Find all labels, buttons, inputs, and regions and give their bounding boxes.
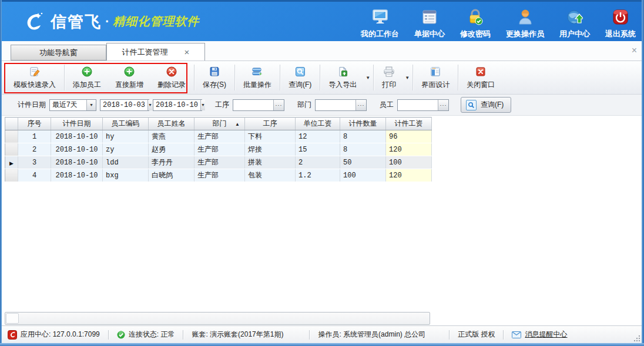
cell-date[interactable]: 2018-10-10 bbox=[51, 169, 103, 182]
toolbar-button-print[interactable]: 打印 bbox=[375, 63, 403, 92]
col-header-dept[interactable]: 部门 ▲ bbox=[194, 117, 245, 130]
cell-emp-code[interactable]: ldd bbox=[103, 156, 149, 169]
resize-grip[interactable] bbox=[633, 335, 640, 342]
toolbar-button-batch-ops[interactable]: 批量操作 bbox=[236, 63, 279, 92]
dropdown-arrow-icon[interactable]: ▼ bbox=[86, 100, 96, 110]
cell-seq[interactable]: 2 bbox=[18, 143, 51, 156]
row-selector[interactable] bbox=[5, 143, 18, 156]
cell-seq[interactable]: 4 bbox=[18, 169, 51, 182]
cell-emp-code[interactable]: zy bbox=[103, 143, 149, 156]
cell-qty[interactable]: 100 bbox=[340, 169, 386, 182]
tab-close-icon[interactable]: × bbox=[185, 48, 190, 56]
cell-date[interactable]: 2018-10-10 bbox=[51, 130, 103, 143]
col-header-qty[interactable]: 计件数量 bbox=[340, 117, 386, 130]
table-row[interactable]: 1 2018-10-10 hy 黄燕 生产部 下料 12 8 96 bbox=[5, 130, 432, 143]
dropdown-arrow-icon[interactable]: ▼ bbox=[200, 100, 205, 110]
grid-header-row: 序号 计件日期 员工编码 员工姓名 部门 ▲ 工序 单位工资 计件数量 计件工资 bbox=[5, 117, 432, 130]
col-header-date[interactable]: 计件日期 bbox=[51, 117, 103, 130]
template-edit-icon bbox=[29, 66, 40, 78]
cell-emp-name[interactable]: 白晓鸽 bbox=[149, 169, 194, 182]
nav-label: 退出系统 bbox=[605, 29, 636, 39]
cell-unit-wage[interactable]: 1.2 bbox=[296, 169, 340, 182]
lookup-ellipsis-icon[interactable]: ··· bbox=[355, 100, 366, 110]
cell-process[interactable]: 焊接 bbox=[245, 143, 296, 156]
toolbar-button-add-employee[interactable]: 添加员工 bbox=[66, 63, 108, 92]
tab-piecework-wage[interactable]: 计件工资管理 × bbox=[106, 43, 205, 61]
cell-pay[interactable]: 100 bbox=[386, 156, 432, 169]
cell-qty[interactable]: 8 bbox=[340, 143, 386, 156]
row-selector[interactable] bbox=[5, 130, 18, 143]
workspace-close-icon[interactable]: × bbox=[632, 46, 637, 55]
import-export-dropdown-arrow-icon[interactable]: ▼ bbox=[364, 63, 372, 92]
cell-emp-name[interactable]: 李丹丹 bbox=[149, 156, 194, 169]
toolbar-button-query[interactable]: 查询(F) bbox=[281, 63, 318, 92]
cell-qty[interactable]: 50 bbox=[340, 156, 386, 169]
cell-seq[interactable]: 3 bbox=[18, 156, 51, 169]
toolbar-button-ui-design[interactable]: 界面设计 bbox=[414, 63, 457, 92]
status-separator bbox=[503, 330, 504, 340]
col-header-emp-code[interactable]: 员工编码 bbox=[103, 117, 149, 130]
cell-emp-name[interactable]: 赵勇 bbox=[149, 143, 194, 156]
col-header-emp-name[interactable]: 员工姓名 bbox=[149, 117, 194, 130]
table-row[interactable]: 4 2018-10-10 bxg 白晓鸽 生产部 包装 1.2 100 120 bbox=[5, 169, 432, 182]
col-header-process[interactable]: 工序 bbox=[245, 117, 296, 130]
nav-change-operator[interactable]: 更换操作员 bbox=[506, 8, 544, 39]
horizontal-scrollbar[interactable] bbox=[5, 312, 430, 325]
table-row-selected[interactable]: ▶ 3 2018-10-10 ldd 李丹丹 生产部 拼装 2 50 100 bbox=[5, 156, 432, 169]
cell-process[interactable]: 下料 bbox=[245, 130, 296, 143]
tab-function-nav[interactable]: 功能导航窗 bbox=[11, 45, 106, 61]
nav-change-password[interactable]: 修改密码 bbox=[460, 8, 491, 39]
message-center-link[interactable]: 消息提醒中心 bbox=[512, 330, 567, 340]
status-ok-icon bbox=[117, 331, 125, 339]
col-header-pay[interactable]: 计件工资 bbox=[386, 117, 432, 130]
cell-process[interactable]: 拼装 bbox=[245, 156, 296, 169]
cell-dept[interactable]: 生产部 bbox=[194, 169, 245, 182]
cell-emp-code[interactable]: bxg bbox=[103, 169, 149, 182]
toolbar-button-delete-record[interactable]: 删除记录 bbox=[150, 63, 193, 92]
cell-date[interactable]: 2018-10-10 bbox=[51, 143, 103, 156]
cell-unit-wage[interactable]: 12 bbox=[296, 130, 340, 143]
nav-user-center[interactable]: 用户中心 bbox=[559, 8, 590, 39]
col-header-seq[interactable]: 序号 bbox=[18, 117, 51, 130]
cell-pay[interactable]: 96 bbox=[386, 130, 432, 143]
cell-dept[interactable]: 生产部 bbox=[194, 130, 245, 143]
cell-seq[interactable]: 1 bbox=[18, 130, 51, 143]
lookup-ellipsis-icon[interactable]: ··· bbox=[438, 100, 448, 110]
table-row[interactable]: 2 2018-10-10 zy 赵勇 生产部 焊接 15 8 120 bbox=[5, 143, 432, 156]
cell-process[interactable]: 包装 bbox=[245, 169, 296, 182]
toolbar-button-save[interactable]: 保存(S) bbox=[196, 63, 233, 92]
nav-my-workbench[interactable]: 我的工作台 bbox=[361, 8, 399, 39]
app-logo: 信管飞 · 精细化管理软件 bbox=[22, 11, 199, 32]
nav-exit-system[interactable]: 退出系统 bbox=[605, 8, 636, 39]
cell-dept[interactable]: 生产部 bbox=[194, 156, 245, 169]
cell-emp-name[interactable]: 黄燕 bbox=[149, 130, 194, 143]
toolbar-button-label: 删除记录 bbox=[157, 80, 186, 90]
col-header-unit-wage[interactable]: 单位工资 bbox=[296, 117, 340, 130]
cell-pay[interactable]: 120 bbox=[386, 143, 432, 156]
dropdown-arrow-icon[interactable]: ▼ bbox=[147, 100, 152, 110]
cell-emp-code[interactable]: hy bbox=[103, 130, 149, 143]
toolbar-button-direct-add[interactable]: 直接新增 bbox=[108, 63, 150, 92]
date-to-combo[interactable]: 2018-10-10 ▼ bbox=[153, 99, 202, 111]
cell-qty[interactable]: 8 bbox=[340, 130, 386, 143]
scrollbar-thumb[interactable] bbox=[6, 313, 19, 324]
cell-unit-wage[interactable]: 15 bbox=[296, 143, 340, 156]
row-selector[interactable] bbox=[5, 169, 18, 182]
print-dropdown-arrow-icon[interactable]: ▼ bbox=[403, 63, 411, 92]
cell-unit-wage[interactable]: 2 bbox=[296, 156, 340, 169]
dept-input[interactable] bbox=[316, 100, 355, 110]
toolbar-button-close-window[interactable]: 关闭窗口 bbox=[459, 63, 502, 92]
lookup-ellipsis-icon[interactable]: ··· bbox=[273, 100, 284, 110]
query-button[interactable]: 查询(F) bbox=[461, 97, 511, 113]
cell-date[interactable]: 2018-10-10 bbox=[51, 156, 103, 169]
employee-input[interactable] bbox=[398, 100, 438, 110]
cell-pay[interactable]: 120 bbox=[386, 169, 432, 182]
ui-design-icon bbox=[430, 66, 441, 78]
toolbar-button-import-export[interactable]: 导入导出 bbox=[321, 63, 364, 92]
date-from-combo[interactable]: 2018-10-03 ▼ bbox=[100, 99, 149, 111]
nav-document-center[interactable]: 单据中心 bbox=[414, 8, 445, 39]
toolbar-button-template-entry[interactable]: 模板快速录入 bbox=[6, 63, 63, 92]
date-range-combo[interactable]: 最近7天 ▼ bbox=[49, 99, 96, 111]
cell-dept[interactable]: 生产部 bbox=[194, 143, 245, 156]
process-input[interactable] bbox=[233, 100, 273, 110]
